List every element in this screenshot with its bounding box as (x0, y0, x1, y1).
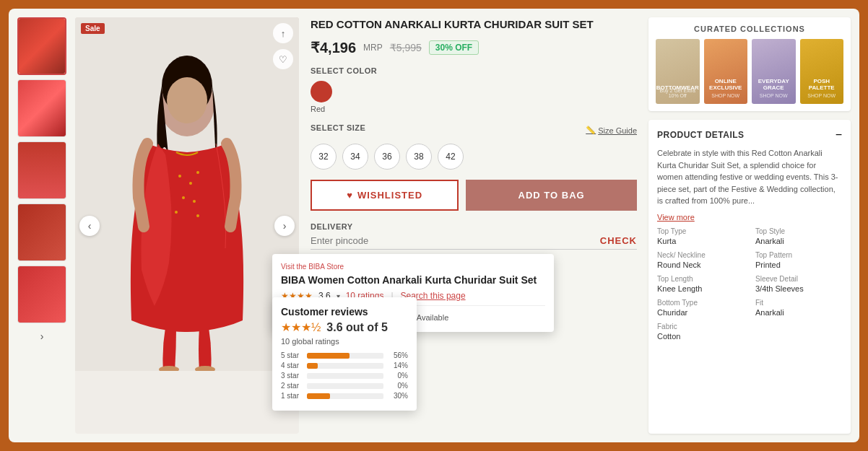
collections-grid: BOTTOMWEAR Buy 2 Get Extra 10% Off ONLIN… (656, 39, 843, 104)
price-row: ₹4,196 MRP ₹5,995 30% OFF (311, 39, 637, 56)
collection-img-1: BOTTOMWEAR Buy 2 Get Extra 10% Off (656, 39, 700, 104)
main-container: › (9, 9, 859, 442)
svg-point-4 (178, 175, 181, 178)
collection-online-exclusive[interactable]: ONLINE EXCLUSIVE SHOP NOW (704, 39, 748, 104)
size-42[interactable]: 42 (438, 144, 464, 170)
bar-pct-1: 30% (388, 392, 408, 400)
thumb-3[interactable] (17, 141, 66, 199)
reviews-summary: ★★★½ 3.6 out of 5 (281, 320, 408, 334)
current-price: ₹4,196 (311, 39, 356, 56)
size-36[interactable]: 36 (374, 144, 400, 170)
attr-neck: Neck/ Neckline Round Neck (657, 251, 744, 269)
bar-track-2 (307, 383, 383, 389)
prev-image-arrow[interactable]: ‹ (79, 216, 100, 236)
attr-value-sleeve: 3/4th Sleeves (755, 284, 842, 293)
attr-top-pattern: Top Pattern Printed (755, 251, 842, 269)
size-options: 32 34 36 38 42 (311, 144, 637, 170)
bar-pct-2: 0% (388, 382, 408, 390)
bar-pct-3: 0% (388, 372, 408, 380)
pd-header: PRODUCT DETAILS − (657, 128, 842, 141)
next-image-arrow[interactable]: › (274, 216, 295, 236)
curated-collections: CURATED COLLECTIONS BOTTOMWEAR Buy 2 Get… (648, 17, 851, 111)
pd-attributes: Top Type Kurta Top Style Anarkali Neck/ … (657, 227, 842, 341)
pd-collapse-icon[interactable]: − (836, 128, 842, 141)
thumb-down-nav[interactable]: › (17, 328, 66, 345)
size-section: SELECT SIZE 📏 Size Guide 32 34 36 38 42 (311, 123, 637, 170)
svg-point-8 (193, 200, 196, 203)
color-section: SELECT COLOR Red (311, 66, 637, 113)
bar-pct-4: 14% (388, 362, 408, 369)
attr-label-top-length: Top Length (657, 275, 744, 283)
size-32[interactable]: 32 (311, 144, 337, 170)
thumb-4[interactable] (17, 203, 66, 261)
svg-point-3 (167, 77, 207, 123)
pincode-input[interactable] (311, 235, 600, 246)
attr-value-fit: Anarkali (755, 308, 842, 317)
size-guide-link[interactable]: 📏 Size Guide (586, 126, 637, 135)
view-more-link[interactable]: View more (657, 213, 842, 222)
collection-posh-palette[interactable]: POSH PALETTE SHOP NOW (800, 39, 844, 104)
product-details-box: PRODUCT DETAILS − Celebrate in style wit… (648, 120, 851, 434)
svg-point-7 (182, 196, 185, 199)
share-icon-area: ↑ ♡ (273, 23, 293, 69)
pd-title: PRODUCT DETAILS (657, 130, 745, 140)
pincode-row: CHECK (311, 235, 637, 250)
bar-pct-5: 56% (388, 351, 408, 359)
save-icon[interactable]: ♡ (273, 49, 293, 69)
collection-bottomwear[interactable]: BOTTOMWEAR Buy 2 Get Extra 10% Off (656, 39, 700, 104)
curated-title: CURATED COLLECTIONS (656, 25, 843, 33)
coll-sub-3: SHOP NOW (752, 93, 796, 98)
attr-value-top-pattern: Printed (755, 260, 842, 269)
share-icon[interactable]: ↑ (273, 23, 293, 43)
bar-fill-5 (307, 353, 350, 359)
model-svg (75, 17, 299, 371)
size-34[interactable]: 34 (342, 144, 368, 170)
svg-point-5 (189, 182, 192, 185)
wishlist-button[interactable]: ♥ WISHLISTED (311, 180, 459, 211)
bar-label-2: 2 star (281, 382, 303, 390)
pd-description: Celebrate in style with this Red Cotton … (657, 147, 842, 207)
delivery-section: DELIVERY CHECK (311, 222, 637, 250)
collection-everyday-grace[interactable]: EVERYDAY GRACE SHOP NOW (752, 39, 796, 104)
action-buttons: ♥ WISHLISTED ADD TO BAG (311, 180, 637, 211)
thumb-1[interactable] (17, 17, 66, 75)
size-label: SELECT SIZE (311, 123, 365, 132)
add-to-bag-button[interactable]: ADD TO BAG (466, 180, 637, 211)
red-swatch[interactable] (311, 81, 332, 102)
attr-label-top-pattern: Top Pattern (755, 251, 842, 259)
biba-store-link[interactable]: Visit the BIBA Store (281, 263, 545, 271)
rating-bar-3: 3 star 0% (281, 372, 408, 380)
attr-top-length: Top Length Knee Length (657, 275, 744, 293)
rating-bar-5: 5 star 56% (281, 351, 408, 359)
attr-value-top-style: Anarkali (755, 237, 842, 245)
wishlist-label: WISHLISTED (357, 190, 422, 201)
attr-fabric: Fabric Cotton (657, 323, 842, 341)
attr-value-fabric: Cotton (657, 332, 842, 341)
attr-top-style: Top Style Anarkali (755, 227, 842, 245)
product-title: RED COTTON ANARKALI KURTA CHURIDAR SUIT … (311, 17, 637, 32)
attr-label-bottom-type: Bottom Type (657, 299, 744, 307)
bar-track-4 (307, 363, 383, 369)
attr-bottom-type: Bottom Type Churidar (657, 299, 744, 317)
discount-badge: 30% OFF (429, 40, 479, 55)
color-swatch-red[interactable]: Red (311, 81, 332, 113)
attr-label-sleeve: Sleeve Detail (755, 275, 842, 283)
right-panel: CURATED COLLECTIONS BOTTOMWEAR Buy 2 Get… (648, 17, 851, 434)
thumbnail-strip: › (17, 17, 66, 434)
attr-fit: Fit Anarkali (755, 299, 842, 317)
attr-value-top-length: Knee Length (657, 284, 744, 293)
content-area: › (9, 9, 859, 442)
attr-value-neck: Round Neck (657, 260, 744, 269)
attr-value-top-type: Kurta (657, 237, 744, 245)
thumb-2[interactable] (17, 79, 66, 137)
bar-track-5 (307, 353, 383, 359)
thumb-5[interactable] (17, 266, 66, 323)
size-header-row: SELECT SIZE 📏 Size Guide (311, 123, 637, 138)
svg-point-9 (175, 211, 178, 214)
product-image (75, 17, 299, 371)
check-button[interactable]: CHECK (600, 235, 637, 246)
bar-label-1: 1 star (281, 392, 303, 400)
size-38[interactable]: 38 (406, 144, 432, 170)
svg-point-10 (196, 214, 199, 217)
collection-img-4: POSH PALETTE SHOP NOW (800, 39, 844, 104)
